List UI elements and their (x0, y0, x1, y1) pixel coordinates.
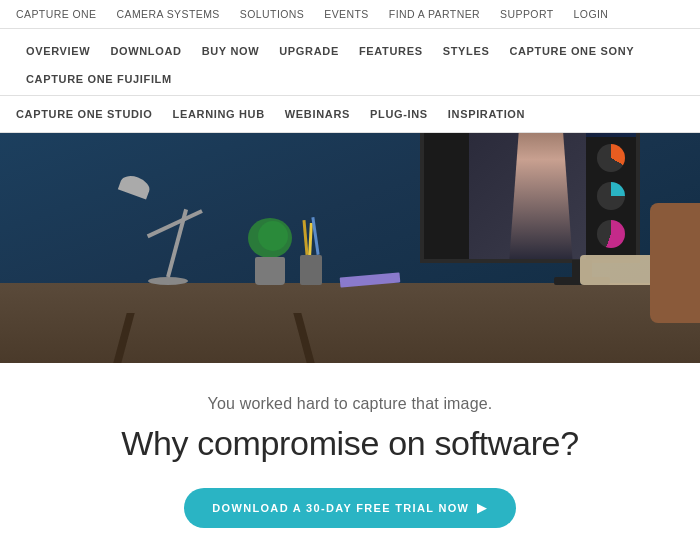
hero-subtitle: You worked hard to capture that image. (20, 395, 680, 413)
cta-label: DOWNLOAD A 30-DAY FREE TRIAL NOW (212, 502, 469, 514)
screen-photo (469, 133, 586, 259)
hero-text-section: You worked hard to capture that image. W… (0, 363, 700, 545)
cta-arrow-icon: ▶ (477, 501, 487, 515)
monitor-screen (424, 133, 636, 259)
lamp-base (148, 277, 188, 285)
nav-find-partner[interactable]: FIND A PARTNER (389, 8, 480, 20)
nav-overview[interactable]: OVERVIEW (16, 39, 100, 67)
hero-scene (0, 133, 700, 363)
nav-capture-one[interactable]: CAPTURE ONE (16, 8, 96, 20)
cta-button[interactable]: DOWNLOAD A 30-DAY FREE TRIAL NOW ▶ (184, 488, 515, 528)
screen-left-panel (424, 133, 469, 259)
screen-panel-content (586, 137, 636, 259)
nav-inspiration[interactable]: INSPIRATION (438, 104, 535, 124)
dial-3 (597, 220, 625, 248)
dial-1 (597, 144, 625, 172)
nav-webinars[interactable]: WEBINARS (275, 104, 360, 124)
nav-plugins[interactable]: PLUG-INS (360, 104, 438, 124)
screen-person (506, 133, 576, 259)
pencil-holder (300, 255, 322, 285)
nav-studio[interactable]: CAPTURE ONE STUDIO (16, 104, 163, 124)
nav-events[interactable]: EVENTS (324, 8, 369, 20)
nav-buy-now[interactable]: BUY NOW (192, 39, 270, 67)
nav-login[interactable]: LOGIN (574, 8, 609, 20)
nav-solutions[interactable]: SOLUTIONS (240, 8, 304, 20)
sub-nav: CAPTURE ONE STUDIO LEARNING HUB WEBINARS… (0, 96, 700, 133)
nav-download[interactable]: DOWNLOAD (100, 39, 191, 67)
hero-image (0, 133, 700, 363)
top-nav: CAPTURE ONE CAMERA SYSTEMS SOLUTIONS EVE… (0, 0, 700, 29)
plant-pot (255, 257, 285, 285)
dial-2 (597, 182, 625, 210)
nav-upgrade[interactable]: UPGRADE (269, 39, 349, 67)
nav-capture-fujifilm[interactable]: CAPTURE ONE FUJIFILM (16, 67, 182, 95)
main-nav: OVERVIEW DOWNLOAD BUY NOW UPGRADE FEATUR… (0, 29, 700, 96)
nav-camera-systems[interactable]: CAMERA SYSTEMS (116, 8, 219, 20)
nav-styles[interactable]: STYLES (433, 39, 500, 67)
nav-capture-sony[interactable]: CAPTURE ONE SONY (499, 39, 644, 67)
nav-support[interactable]: SUPPORT (500, 8, 554, 20)
nav-learning[interactable]: LEARNING HUB (163, 104, 275, 124)
hero-title: Why compromise on software? (20, 423, 680, 464)
plant-leaf2 (258, 221, 288, 251)
chair (650, 203, 700, 323)
nav-features[interactable]: FEATURES (349, 39, 433, 67)
monitor (420, 133, 640, 263)
desk (0, 283, 700, 363)
